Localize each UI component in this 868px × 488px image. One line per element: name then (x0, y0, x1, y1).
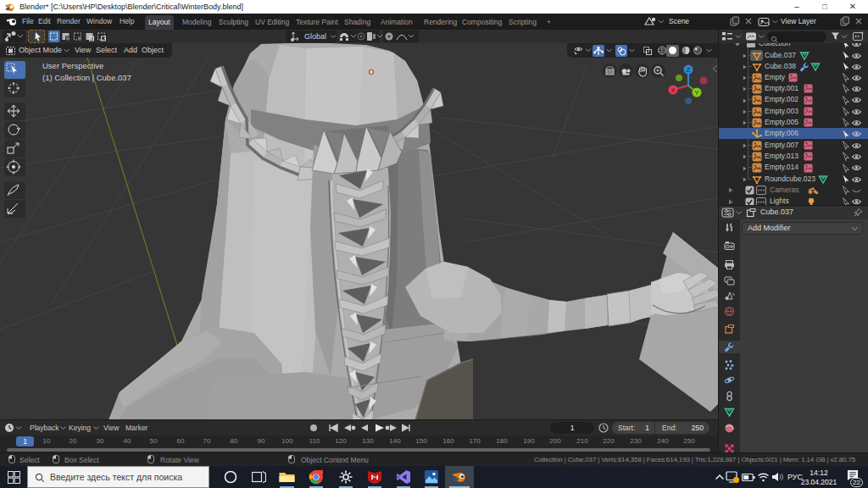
svg-text:Z: Z (687, 66, 691, 74)
svg-text:X: X (670, 86, 676, 94)
svg-text:Y: Y (694, 89, 699, 97)
